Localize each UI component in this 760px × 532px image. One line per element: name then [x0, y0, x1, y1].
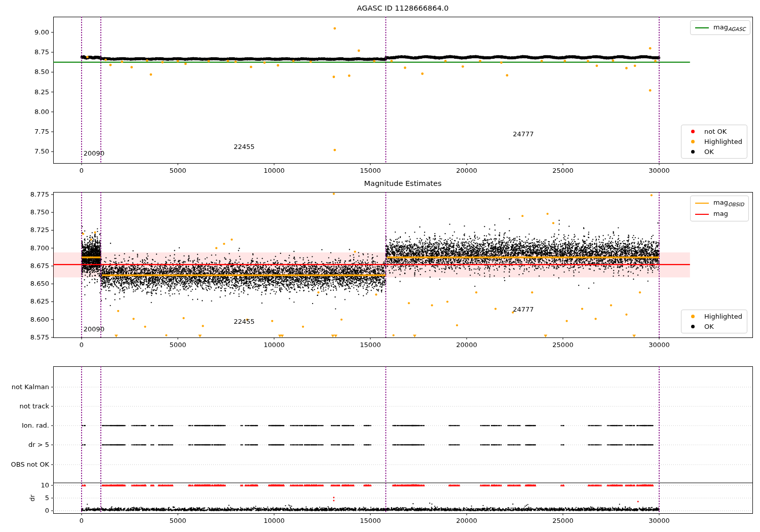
flag-row-label: OBS not OK: [11, 461, 50, 468]
obsid-annotation: 20090: [84, 326, 104, 333]
flag-row-label: not Kalman: [12, 384, 49, 391]
x-tick-label: 20000: [456, 167, 477, 174]
y-tick-label: 8.625: [30, 298, 49, 305]
x-tick-label: 25000: [552, 341, 573, 349]
mag-lines-legend: magOBSID mag: [690, 196, 749, 221]
y-tick-label: 8.600: [30, 316, 49, 323]
dr-tick-label: 10: [41, 482, 49, 489]
x-tick-label: 5000: [169, 517, 186, 524]
top-flags-legend: not OK Highlighted OK: [681, 125, 747, 159]
mag-agasc-legend: magAGASC: [690, 20, 750, 35]
x-tick-label: 5000: [169, 167, 186, 174]
legend-label-mag: mag: [713, 210, 728, 218]
mag-obsid-line-swatch: [695, 203, 709, 204]
legend-label-mag-agasc: magAGASC: [713, 23, 745, 32]
y-tick-label: 8.750: [30, 209, 49, 216]
flag-row-label: not track: [19, 403, 49, 410]
middle-flags-legend: Highlighted OK: [681, 310, 747, 333]
x-tick-label: 15000: [360, 517, 381, 524]
highlighted-dot-swatch-2: [691, 315, 695, 318]
flag-row-label: Ion. rad.: [22, 422, 49, 429]
legend-item-mag-agasc: magAGASC: [695, 23, 745, 32]
legend-label-ok: OK: [704, 148, 714, 156]
mag-line-swatch: [695, 214, 709, 215]
obsid-annotation: 22455: [234, 143, 254, 150]
top-plot-title: AGASC ID 1128666864.0: [357, 5, 449, 13]
y-tick-label: 8.00: [34, 108, 49, 116]
x-tick-label: 10000: [263, 341, 284, 349]
x-tick-label: 25000: [552, 167, 573, 174]
dr-axis-label: dr: [29, 495, 36, 502]
obsid-annotation: 20090: [84, 150, 104, 157]
legend-item-mag-obsid: magOBSID: [695, 199, 744, 207]
y-tick-label: 7.50: [34, 148, 49, 155]
y-tick-label: 8.25: [34, 88, 49, 95]
legend-item-highlighted-2: Highlighted: [686, 313, 742, 320]
flag-row-label: dr > 5: [28, 441, 49, 448]
ok-dot-swatch: [691, 150, 695, 154]
x-tick-label: 10000: [263, 167, 284, 174]
x-tick-label: 10000: [263, 517, 284, 524]
figure-canvas: [0, 0, 760, 532]
y-tick-label: 8.50: [34, 68, 49, 75]
ok-dot-swatch-2: [691, 325, 695, 328]
y-tick-label: 7.75: [34, 128, 49, 135]
legend-item-mag: mag: [695, 210, 744, 218]
y-tick-label: 8.650: [30, 280, 49, 287]
x-tick-label: 15000: [360, 167, 381, 174]
y-tick-label: 8.775: [30, 191, 49, 198]
mag-agasc-line-swatch: [695, 27, 709, 28]
x-tick-label: 0: [80, 167, 84, 174]
x-tick-label: 5000: [169, 341, 186, 349]
obsid-annotation: 24777: [513, 306, 534, 313]
x-tick-label: 30000: [649, 341, 669, 349]
x-tick-label: 0: [80, 517, 84, 524]
x-tick-label: 0: [80, 341, 84, 349]
x-tick-label: 20000: [456, 517, 477, 524]
legend-item-ok-2: OK: [686, 323, 742, 330]
legend-label-mag-obsid: magOBSID: [713, 199, 744, 207]
obsid-annotation: 22455: [234, 318, 254, 325]
x-tick-label: 20000: [456, 341, 477, 349]
y-tick-label: 8.700: [30, 245, 49, 252]
legend-label-not-ok: not OK: [704, 128, 727, 135]
x-tick-label: 25000: [552, 517, 573, 524]
legend-item-not-ok: not OK: [686, 128, 742, 135]
y-tick-label: 9.00: [34, 29, 49, 36]
y-tick-label: 8.675: [30, 262, 49, 270]
middle-plot-title: Magnitude Estimates: [364, 180, 441, 188]
highlighted-dot-swatch: [691, 140, 695, 143]
legend-label-highlighted-2: Highlighted: [704, 313, 742, 320]
y-tick-label: 8.725: [30, 226, 49, 234]
legend-label-highlighted: Highlighted: [704, 138, 742, 145]
dr-tick-label: 0: [45, 507, 49, 514]
legend-item-highlighted: Highlighted: [686, 138, 742, 145]
x-tick-label: 30000: [649, 167, 669, 174]
obsid-annotation: 24777: [513, 131, 534, 138]
y-tick-label: 8.75: [34, 49, 49, 56]
dr-tick-label: 5: [45, 495, 49, 502]
x-tick-label: 15000: [360, 341, 381, 349]
not-ok-dot-swatch: [691, 130, 695, 133]
figure: AGASC ID 1128666864.0 Magnitude Estimate…: [0, 0, 760, 532]
y-tick-label: 8.575: [30, 334, 49, 341]
x-tick-label: 30000: [649, 517, 669, 524]
legend-item-ok: OK: [686, 148, 742, 156]
legend-label-ok-2: OK: [704, 323, 714, 330]
